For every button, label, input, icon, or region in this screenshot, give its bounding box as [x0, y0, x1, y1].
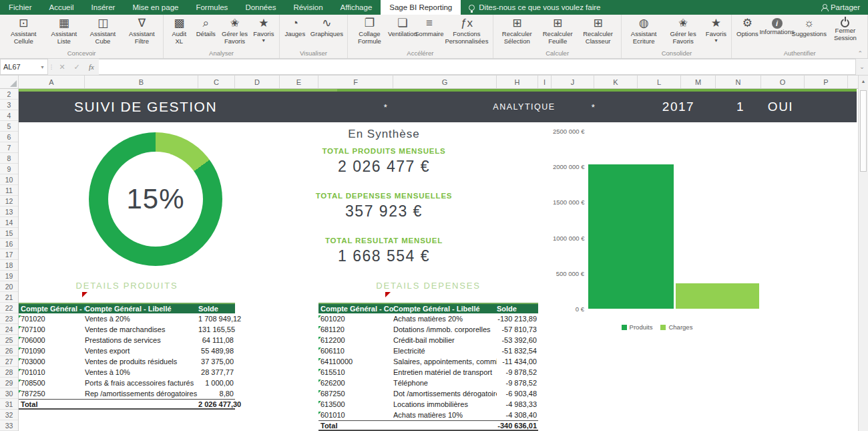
column-header-K[interactable]: K: [594, 76, 638, 88]
column-header-O[interactable]: O: [761, 76, 805, 88]
cell-code[interactable]: 601020: [318, 315, 393, 323]
ribbon-button-sommaire[interactable]: ≡Sommaire: [416, 16, 443, 39]
select-all-corner[interactable]: [0, 76, 19, 88]
cell-code[interactable]: 707100: [19, 325, 85, 333]
cell-libelle[interactable]: Entretien matériel de transport: [393, 368, 497, 376]
ribbon-button-assistant-liste[interactable]: ▦Assistant Liste: [45, 16, 83, 45]
row-header-22[interactable]: 22: [0, 303, 18, 313]
column-header-M[interactable]: M: [681, 76, 716, 88]
ribbon-button-graphiques[interactable]: ∿Graphiques: [308, 16, 345, 39]
cell-solde[interactable]: -4 308,40: [497, 411, 538, 419]
cell-code[interactable]: 687250: [318, 390, 393, 398]
row-header-27[interactable]: 27: [0, 356, 18, 367]
row-header-24[interactable]: 24: [0, 324, 18, 335]
ribbon-button-gérer-les-favoris[interactable]: ✬Gérer les Favoris: [219, 16, 250, 45]
cell-libelle[interactable]: Ventes à 10%: [85, 368, 198, 376]
cell-code[interactable]: 701090: [19, 347, 85, 355]
ribbon-button-ventilation[interactable]: ❏Ventilation: [389, 16, 416, 39]
ribbon-button-options[interactable]: ⚙Options: [734, 16, 761, 39]
row-header-20[interactable]: 20: [0, 281, 18, 292]
tab-insérer[interactable]: Insérer: [83, 0, 124, 15]
row-header-21[interactable]: 21: [0, 292, 18, 303]
cell-solde[interactable]: -11 434,00: [497, 357, 538, 366]
cell-libelle[interactable]: Téléphone: [393, 379, 497, 387]
ribbon-button-favoris[interactable]: ★Favoris▼: [250, 16, 277, 43]
cell-solde[interactable]: -6 903,48: [497, 390, 538, 398]
cell-libelle[interactable]: Locations immobilières: [393, 400, 497, 408]
tab-affichage[interactable]: Affichage: [332, 0, 381, 15]
cell-code[interactable]: 615510: [318, 368, 393, 376]
cell-solde[interactable]: 131 165,55: [198, 325, 235, 333]
row-header-28[interactable]: 28: [0, 367, 18, 378]
column-header-G[interactable]: G: [393, 76, 497, 88]
row-header-6[interactable]: 6: [0, 132, 18, 142]
ribbon-button-jauges[interactable]: ◔Jauges: [282, 16, 308, 39]
cell-code[interactable]: 626200: [318, 379, 393, 387]
bar-chart[interactable]: ProduitsCharges 2500 000 €2000 000 €1500…: [553, 126, 761, 336]
ribbon-button-recalculer-feuille[interactable]: ⊞Recalculer Feuille: [539, 16, 577, 45]
cell-solde[interactable]: -51 832,54: [497, 347, 538, 355]
column-header-I[interactable]: I: [538, 76, 552, 88]
row-header-23[interactable]: 23: [0, 313, 18, 324]
cell-code[interactable]: 606110: [318, 347, 393, 355]
cell-solde[interactable]: 28 377,77: [198, 368, 235, 376]
cell-solde[interactable]: -9 878,52: [497, 368, 538, 376]
total-value[interactable]: -340 636,01: [497, 422, 538, 430]
column-header-C[interactable]: C: [198, 76, 235, 88]
cell-code[interactable]: 681120: [318, 325, 393, 333]
donut-chart[interactable]: 15%: [89, 132, 222, 266]
row-header-14[interactable]: 14: [0, 217, 18, 228]
tab-données[interactable]: Données: [236, 0, 284, 15]
row-header-31[interactable]: 31: [0, 399, 18, 410]
column-header-L[interactable]: L: [638, 76, 681, 88]
row-header-15[interactable]: 15: [0, 228, 18, 239]
share-button[interactable]: Partager: [813, 0, 868, 15]
column-header-H[interactable]: H: [497, 76, 538, 88]
column-header-D[interactable]: D: [235, 76, 280, 88]
tab-mise-en-page[interactable]: Mise en page: [124, 0, 187, 15]
ribbon-button-collage-formule[interactable]: ❐Collage Formule: [350, 16, 389, 45]
cell-solde[interactable]: -57 810,73: [497, 325, 538, 333]
row-header-32[interactable]: 32: [0, 410, 18, 420]
row-header-8[interactable]: 8: [0, 153, 18, 164]
cell-libelle[interactable]: Ventes à 20%: [85, 315, 198, 323]
cancel-entry-button[interactable]: ✕: [55, 59, 69, 75]
ribbon-button-assistant-ecriture[interactable]: ◍Assistant Ecriture: [624, 16, 663, 45]
cell-solde[interactable]: 64 111,08: [198, 336, 235, 344]
row-header-7[interactable]: 7: [0, 142, 18, 153]
row-header-19[interactable]: 19: [0, 271, 18, 281]
total-label[interactable]: Total: [19, 400, 85, 408]
tab-révision[interactable]: Révision: [284, 0, 331, 15]
cell-code[interactable]: 601010: [318, 411, 393, 419]
cell-libelle[interactable]: Ventes export: [85, 347, 198, 355]
cell-libelle[interactable]: Ventes de produits résiduels: [85, 357, 198, 366]
row-header-3[interactable]: 3: [0, 100, 18, 110]
cell-libelle[interactable]: Prestations de services: [85, 336, 198, 344]
cell-solde[interactable]: 55 489,98: [198, 347, 235, 355]
cell-code[interactable]: 701010: [19, 368, 85, 376]
row-header-29[interactable]: 29: [0, 378, 18, 388]
row-header-2[interactable]: 2: [0, 89, 18, 100]
scroll-up-icon[interactable]: ▲: [859, 76, 868, 86]
tab-sage-bi-reporting[interactable]: Sage BI Reporting: [381, 0, 461, 15]
row-header-33[interactable]: 33: [0, 420, 18, 431]
ribbon-button-fonctions-personnalisées[interactable]: ƒxFonctions Personnalisées: [443, 16, 491, 45]
name-box[interactable]: AL67 ▼: [0, 59, 48, 75]
cell-libelle[interactable]: Crédit-bail mobilier: [393, 336, 497, 344]
row-header-16[interactable]: 16: [0, 239, 18, 249]
row-header-9[interactable]: 9: [0, 164, 18, 174]
ribbon-button-informations[interactable]: iInformations: [761, 16, 793, 37]
column-header-A[interactable]: A: [19, 76, 85, 88]
column-header-E[interactable]: E: [280, 76, 318, 88]
cell-solde[interactable]: 8,80: [198, 390, 235, 398]
cell-libelle[interactable]: Achats matières 10%: [393, 411, 497, 419]
cell-libelle[interactable]: Rep /amortissements dérogatoires: [85, 390, 198, 398]
ribbon-button-audit-xl[interactable]: ▩Audit XL: [166, 16, 192, 45]
ribbon-button-recalculer-classeur[interactable]: ⊞Recalculer Classeur: [577, 16, 620, 45]
cell-code[interactable]: 612200: [318, 336, 393, 344]
cell-libelle[interactable]: Dotations /immob. corporelles: [393, 325, 497, 333]
row-header-25[interactable]: 25: [0, 335, 18, 345]
cell-libelle[interactable]: Ventes de marchandises: [85, 325, 198, 333]
cell-code[interactable]: 703000: [19, 357, 85, 366]
tab-fichier[interactable]: Fichier: [0, 0, 41, 15]
